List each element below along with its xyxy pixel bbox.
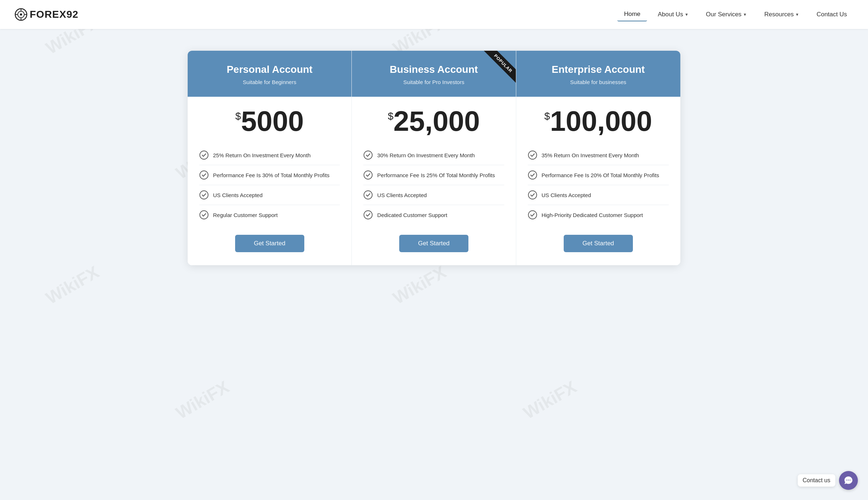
feature-text: High-Priority Dedicated Customer Support: [542, 212, 643, 218]
feature-text: 25% Return On Investment Every Month: [213, 152, 310, 158]
check-icon: [363, 150, 373, 160]
list-item: 30% Return On Investment Every Month: [363, 145, 504, 165]
enterprise-card-header: Enterprise Account Suitable for business…: [516, 51, 680, 97]
svg-point-2: [20, 13, 22, 16]
feature-text: 35% Return On Investment Every Month: [542, 152, 639, 158]
svg-point-12: [364, 171, 372, 179]
svg-point-10: [200, 211, 208, 219]
svg-point-17: [528, 191, 537, 199]
list-item: Regular Customer Support: [199, 205, 340, 225]
personal-features: 25% Return On Investment Every Month Per…: [199, 145, 340, 225]
svg-point-7: [200, 151, 208, 159]
main-nav: Home About Us ▼ Our Services ▼ Resources…: [617, 8, 854, 21]
nav-resources[interactable]: Resources ▼: [758, 8, 806, 21]
logo-icon: [14, 8, 28, 21]
check-icon: [528, 170, 537, 180]
pricing-card-personal: Personal Account Suitable for Beginners …: [188, 51, 352, 265]
feature-text: Performance Fee Is 25% Of Total Monthly …: [377, 172, 495, 178]
contact-float-button[interactable]: [839, 471, 858, 490]
personal-price: $ 5000: [235, 107, 304, 135]
business-features: 30% Return On Investment Every Month Per…: [363, 145, 504, 225]
list-item: US Clients Accepted: [528, 185, 669, 205]
enterprise-features: 35% Return On Investment Every Month Per…: [528, 145, 669, 225]
feature-text: Dedicated Customer Support: [377, 212, 447, 218]
business-card-body: $ 25,000 30% Return On Investment Every …: [352, 97, 516, 265]
check-icon: [363, 170, 373, 180]
list-item: Performance Fee Is 25% Of Total Monthly …: [363, 165, 504, 185]
nav-services[interactable]: Our Services ▼: [700, 8, 754, 21]
logo-text: FOREX92: [30, 9, 79, 20]
feature-text: US Clients Accepted: [213, 192, 263, 198]
svg-point-19: [846, 480, 847, 481]
resources-dropdown-icon: ▼: [795, 12, 799, 17]
enterprise-card-title: Enterprise Account: [523, 64, 673, 75]
list-item: Performance Fee Is 20% Of Total Monthly …: [528, 165, 669, 185]
contact-float: Contact us: [798, 471, 858, 490]
nav-home[interactable]: Home: [617, 8, 647, 21]
nav-contact[interactable]: Contact Us: [810, 8, 854, 21]
list-item: Dedicated Customer Support: [363, 205, 504, 225]
check-icon: [528, 210, 537, 220]
feature-text: Performance Fee Is 30% of Total Monthly …: [213, 172, 330, 178]
check-icon: [199, 210, 209, 220]
list-item: High-Priority Dedicated Customer Support: [528, 205, 669, 225]
feature-text: Regular Customer Support: [213, 212, 277, 218]
feature-text: US Clients Accepted: [542, 192, 591, 198]
business-price: $ 25,000: [388, 107, 480, 135]
enterprise-get-started-button[interactable]: Get Started: [564, 235, 633, 252]
check-icon: [528, 150, 537, 160]
business-price-amount: 25,000: [393, 107, 480, 135]
check-icon: [199, 190, 209, 200]
svg-point-14: [364, 211, 372, 219]
check-icon: [528, 190, 537, 200]
enterprise-card-subtitle: Suitable for businesses: [523, 79, 673, 85]
enterprise-price-symbol: $: [544, 111, 550, 121]
check-icon: [363, 210, 373, 220]
svg-point-11: [364, 151, 372, 159]
main-content: Personal Account Suitable for Beginners …: [180, 29, 688, 280]
contact-float-label: Contact us: [798, 474, 835, 487]
business-get-started-button[interactable]: Get Started: [399, 235, 468, 252]
svg-point-20: [848, 480, 849, 481]
header: FOREX92 Home About Us ▼ Our Services ▼ R…: [0, 0, 868, 29]
personal-card-header: Personal Account Suitable for Beginners: [188, 51, 351, 97]
business-card-header: POPULAR Business Account Suitable for Pr…: [352, 51, 516, 97]
enterprise-price: $ 100,000: [544, 107, 652, 135]
feature-text: Performance Fee Is 20% Of Total Monthly …: [542, 172, 659, 178]
svg-point-9: [200, 191, 208, 199]
feature-text: 30% Return On Investment Every Month: [377, 152, 475, 158]
list-item: 25% Return On Investment Every Month: [199, 145, 340, 165]
personal-card-subtitle: Suitable for Beginners: [195, 79, 344, 85]
pricing-card-enterprise: Enterprise Account Suitable for business…: [516, 51, 680, 265]
personal-price-amount: 5000: [241, 107, 304, 135]
feature-text: US Clients Accepted: [377, 192, 427, 198]
nav-about[interactable]: About Us ▼: [651, 8, 695, 21]
business-card-title: Business Account: [359, 64, 508, 75]
logo: FOREX92: [14, 8, 79, 21]
enterprise-price-amount: 100,000: [550, 107, 652, 135]
pricing-card-business: POPULAR Business Account Suitable for Pr…: [352, 51, 516, 265]
svg-point-8: [200, 171, 208, 179]
personal-card-title: Personal Account: [195, 64, 344, 75]
svg-point-13: [364, 191, 372, 199]
check-icon: [363, 190, 373, 200]
svg-point-16: [528, 171, 537, 179]
pricing-grid: Personal Account Suitable for Beginners …: [188, 51, 680, 265]
business-card-subtitle: Suitable for Pro Investors: [359, 79, 508, 85]
svg-point-15: [528, 151, 537, 159]
check-icon: [199, 170, 209, 180]
list-item: 35% Return On Investment Every Month: [528, 145, 669, 165]
check-icon: [199, 150, 209, 160]
personal-card-body: $ 5000 25% Return On Investment Every Mo…: [188, 97, 351, 265]
list-item: US Clients Accepted: [199, 185, 340, 205]
svg-point-21: [850, 480, 851, 481]
svg-point-18: [528, 211, 537, 219]
enterprise-card-body: $ 100,000 35% Return On Investment Every…: [516, 97, 680, 265]
personal-get-started-button[interactable]: Get Started: [235, 235, 304, 252]
services-dropdown-icon: ▼: [743, 12, 747, 17]
personal-price-symbol: $: [235, 111, 241, 121]
list-item: US Clients Accepted: [363, 185, 504, 205]
list-item: Performance Fee Is 30% of Total Monthly …: [199, 165, 340, 185]
chat-icon: [844, 476, 853, 485]
business-price-symbol: $: [388, 111, 393, 121]
